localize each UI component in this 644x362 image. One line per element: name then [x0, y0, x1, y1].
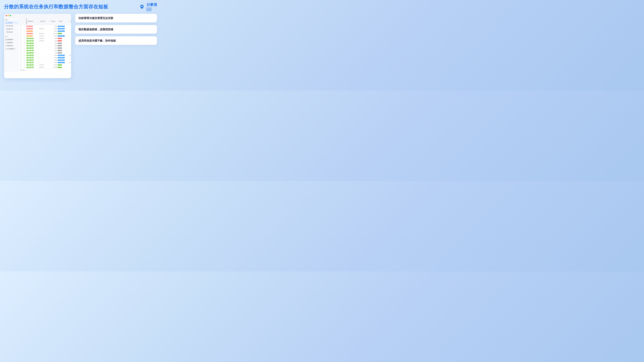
table-row[interactable]: 7 极安动态仁可WOM业务利化量提取小反馈开发 不重要不紧急 2024/01/2…: [19, 40, 71, 42]
row-date: 2024/01/26: [39, 40, 48, 41]
row-progress: 0.00%: [49, 52, 57, 53]
chevron-down-icon: ▾: [26, 70, 27, 71]
priority-badge: 不重要不紧急: [26, 59, 34, 61]
row-checkbox[interactable]: [20, 55, 22, 56]
priority-badge: 重要不紧急: [26, 35, 32, 37]
priority-badge: 重要且紧急: [26, 33, 32, 34]
row-checkbox[interactable]: [20, 59, 22, 61]
row-checkbox[interactable]: [20, 50, 22, 51]
table-row[interactable]: 5 出库之仓库仓库wom的正发生产 重要不紧急 2024/02/05 88.89…: [19, 35, 71, 37]
dot-yellow: [8, 15, 9, 16]
right-panel: 目标管理与项目管理无法关联 项目数据追踪难，进展把控难 成员间信息沟通不畅，协作…: [75, 14, 157, 45]
row-num: 3: [23, 30, 26, 32]
sidebar-item-task-breakdown[interactable]: 任务分解: [4, 24, 19, 27]
row-status: 未开始: [58, 43, 68, 44]
row-priority: 不重要不紧急: [26, 38, 39, 39]
row-num: 6: [23, 38, 26, 39]
table-row[interactable]: 16 是ZSZ1仪器销售销售生产 不重要不紧急 20.00% 按计划执行中 20…: [19, 61, 71, 64]
table-row[interactable]: 1 职上规划/计划清的自动行动 重要且紧急 0.00% 按计划执行中: [19, 25, 71, 28]
issue-card-1: 目标管理与项目管理无法关联: [75, 14, 157, 22]
sidebar-item-new-table[interactable]: 新建数据表: [4, 38, 19, 41]
row-checkbox[interactable]: [20, 47, 22, 49]
row-checkbox[interactable]: [20, 62, 22, 63]
logo-text: 日事清: [146, 2, 157, 7]
row-checkbox[interactable]: [20, 43, 22, 44]
col-priority-header: 重要紧急程度: [28, 21, 40, 22]
status-badge: 已终止: [58, 40, 62, 41]
table-row[interactable]: 9 微晨主用的wom产业业处理及报告自动化 不重要不紧急 0.00% 未开始: [19, 44, 71, 47]
row-priority: 不重要不紧急: [26, 47, 39, 49]
row-checkbox[interactable]: [20, 40, 22, 41]
row-checkbox[interactable]: [20, 30, 22, 32]
row-checkbox[interactable]: [20, 64, 22, 66]
row-progress: 20.00%: [49, 57, 57, 58]
table-row[interactable]: 12 初级自用wom的机处理及报告自动化 不重要不紧急 0.00% 未开始: [19, 52, 71, 54]
row-num: 8: [23, 43, 26, 44]
priority-badge: 不重要不紧急: [26, 55, 34, 56]
row-status: 已完成: [58, 67, 68, 68]
row-checkbox[interactable]: [20, 35, 22, 37]
col-status-header: 完成状态: [59, 21, 70, 22]
table-row[interactable]: 4 销售告销售端端端的自动化 重要且紧急 2024/02/18 100.00% …: [19, 32, 71, 35]
table-row[interactable]: 18 电ZSZ9初行自初仪表生产 不重要不紧急 2024/01/31 100.0…: [19, 66, 71, 69]
priority-badge: 不重要不紧急: [26, 38, 34, 39]
row-checkbox[interactable]: [20, 67, 22, 68]
row-progress: 88.89%: [49, 35, 57, 36]
status-badge: 已完成: [58, 67, 62, 68]
svg-point-1: [141, 6, 142, 7]
status-badge: 按计划执行中: [58, 30, 65, 32]
row-checkbox[interactable]: [20, 45, 22, 46]
row-num: 18: [23, 67, 26, 68]
row-checkbox[interactable]: [20, 33, 22, 34]
table-row[interactable]: 10 微晨结写的sul行销业处理及报告自动化 不重要不紧急 0.00% 未开始: [19, 47, 71, 49]
header: 分散的系统在任务执行和数据整合方面存在短板 日事清: [0, 0, 161, 12]
sidebar-item-new-dashboard[interactable]: ⊕ 新建仪表盘: [4, 44, 19, 47]
sidebar-item-all-projects[interactable]: 全部项目 ···: [4, 21, 18, 24]
issue-card-3: 成员间信息沟通不畅，协作低效: [75, 36, 157, 45]
priority-badge: 不重要不紧急: [26, 50, 34, 51]
sidebar-item-dashboard[interactable]: ⊙ 项目仪表盘: [4, 30, 19, 34]
row-num: 4: [23, 33, 26, 34]
sidebar-item-progress-report[interactable]: 进度汇报: [4, 27, 19, 30]
row-checkbox[interactable]: [20, 57, 22, 58]
row-num: 17: [23, 64, 26, 65]
row-extra: 2024/02/02: [69, 62, 71, 63]
table-row[interactable]: 13 跟广ZD0网路销资催生产 不重要不紧急 20.00% 按计划执行中 202…: [19, 54, 71, 56]
panel-dots: [6, 15, 11, 16]
status-badge: 未开始: [58, 45, 62, 46]
col-name-header: ▲ 任务名称: [26, 18, 27, 24]
table-row[interactable]: 3 小功能400功能清晰测试跟踪 重要已紧急 66.67% 按计划执行中: [19, 30, 71, 32]
table-row[interactable]: 11 销这晨的wom的机械处理及投资前端化 不重要不紧急 0.00% 未开始: [19, 49, 71, 52]
table-row[interactable]: 6 迪鑫小组仓库wom项目市场 不重要不紧急 2024/02/08 0.00% …: [19, 37, 71, 40]
row-checkbox[interactable]: [20, 52, 22, 54]
row-status: 按计划执行中: [58, 59, 68, 61]
row-status: 按计划执行中: [58, 62, 68, 63]
row-num: 10: [23, 47, 26, 49]
table-row[interactable]: 14 已ZI0初始所到仕生产 不重要不紧急 20.00% 按计划执行中: [19, 56, 71, 59]
row-status: 已终止: [58, 40, 68, 41]
table-row[interactable]: 17 主ZSZ0的仓库销量生产 不重要不紧急 2024/01/05 100.00…: [19, 64, 71, 66]
row-progress: 66.67%: [49, 31, 57, 32]
table-row[interactable]: 8 民房户权参考动词库 不重要不紧急 0.00% 未开始: [19, 42, 71, 44]
row-progress: 0.00%: [49, 40, 57, 41]
sidebar-item-new-view[interactable]: ⊡ 新建视图表: [4, 41, 19, 44]
row-checkbox[interactable]: [20, 38, 22, 39]
status-badge: 按计划执行中: [58, 62, 65, 63]
row-status: 未开始: [58, 47, 68, 49]
table-row[interactable]: 15 如ZS25仪表盘销售生产 不重要不紧急 20.00% 按计划执行中: [19, 59, 71, 61]
new-table-icon: [5, 39, 7, 40]
row-progress: 20.00%: [49, 60, 57, 61]
row-checkbox[interactable]: [20, 26, 22, 27]
row-checkbox[interactable]: [20, 28, 22, 29]
row-num: 5: [23, 35, 26, 37]
priority-badge: 不重要不紧急: [26, 64, 34, 65]
row-status: 已完成: [58, 64, 68, 66]
col-extra-header: 负/进展: [70, 21, 71, 22]
row-progress: 0.00%: [49, 48, 57, 48]
status-badge: 已终止: [58, 38, 62, 39]
row-num: 2: [23, 28, 26, 29]
row-progress: 0.00%: [49, 26, 57, 27]
table-row[interactable]: 2 销售2月/月销售wos跟进 重要且紧急 2024/02/01 33.33% …: [19, 28, 71, 30]
sidebar-item-import[interactable]: ⊘ 从已有数据导入: [4, 47, 19, 50]
status-badge: 未开始: [58, 50, 62, 51]
